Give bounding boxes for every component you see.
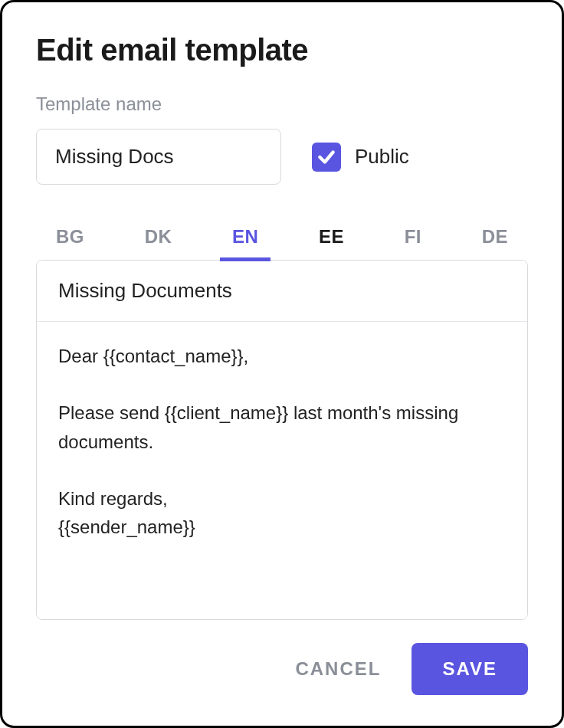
save-button[interactable]: SAVE [412, 643, 528, 695]
language-tabs: BG DK EN EE FI DE [36, 218, 528, 260]
modal-actions: CANCEL SAVE [36, 643, 528, 695]
public-checkbox-wrap: Public [312, 143, 409, 172]
modal-title: Edit email template [36, 33, 528, 67]
email-body-textarea[interactable] [37, 322, 527, 619]
tab-bg[interactable]: BG [44, 218, 97, 260]
email-subject-input[interactable] [37, 261, 527, 322]
public-label: Public [355, 145, 409, 169]
edit-email-template-modal: Edit email template Template name Public… [0, 0, 564, 728]
name-row: Public [36, 129, 528, 185]
tab-de[interactable]: DE [470, 218, 520, 260]
public-checkbox[interactable] [312, 143, 341, 172]
template-name-input[interactable] [36, 129, 281, 185]
template-name-label: Template name [36, 93, 528, 115]
tab-dk[interactable]: DK [133, 218, 185, 260]
tab-fi[interactable]: FI [392, 218, 434, 260]
check-icon [316, 147, 336, 167]
email-editor [36, 260, 528, 620]
cancel-button[interactable]: CANCEL [295, 658, 381, 680]
tab-ee[interactable]: EE [307, 218, 356, 260]
tab-en[interactable]: EN [220, 218, 271, 260]
